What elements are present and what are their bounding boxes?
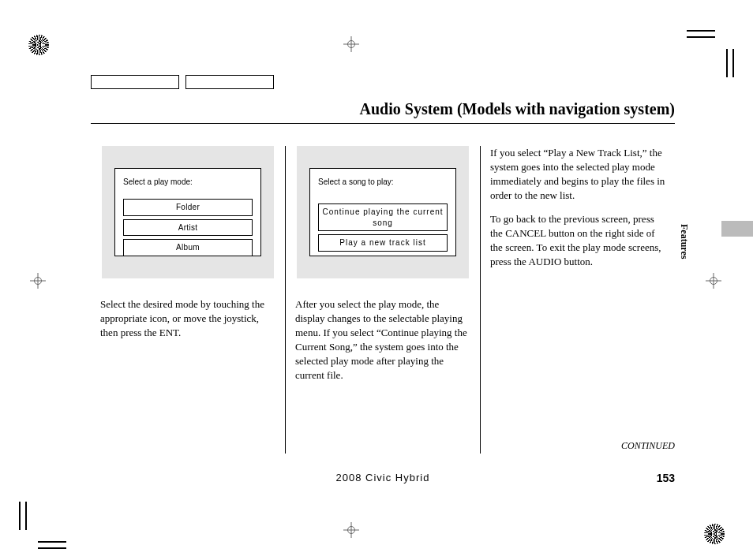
column-3: If you select “Play a New Track List,” t…: [480, 146, 675, 454]
option-folder: Folder: [123, 199, 253, 216]
header-box: [185, 75, 274, 89]
registration-mark-icon: [28, 35, 49, 55]
header-box: [91, 75, 179, 89]
option-artist: Artist: [123, 219, 253, 237]
crosshair-icon: [706, 273, 721, 289]
body-text: After you select the play mode, the disp…: [295, 297, 470, 383]
page-footer: CONTINUED 2008 Civic Hybrid 153: [91, 472, 675, 483]
option-new-track-list: Play a new track list: [318, 234, 448, 252]
screen-illustration: Select a play mode: Folder Artist Album: [102, 146, 274, 278]
body-text: Select the desired mode by touching the …: [100, 297, 275, 340]
option-continue-song: Continue playing the current song: [318, 203, 448, 232]
body-text: If you select “Play a New Track List,” t…: [490, 146, 665, 203]
crosshair-icon: [343, 522, 359, 538]
option-album: Album: [123, 239, 253, 256]
registration-mark-icon: [704, 524, 725, 544]
content-columns: Select a play mode: Folder Artist Album …: [91, 146, 675, 454]
section-tab: [721, 221, 753, 237]
model-label: 2008 Civic Hybrid: [91, 472, 675, 483]
crosshair-icon: [343, 36, 359, 52]
screen-prompt: Select a play mode:: [123, 177, 253, 188]
page-title: Audio System (Models with navigation sys…: [91, 100, 675, 124]
screen-prompt: Select a song to play:: [318, 177, 448, 188]
crosshair-icon: [30, 273, 46, 289]
header-boxes: [91, 75, 675, 89]
section-label: Features: [678, 224, 690, 259]
continued-label: CONTINUED: [621, 440, 675, 452]
column-2: Select a song to play: Continue playing …: [285, 146, 480, 454]
screen-illustration: Select a song to play: Continue playing …: [297, 146, 469, 278]
body-text: To go back to the previous screen, press…: [490, 212, 665, 269]
page-content: Audio System (Models with navigation sys…: [91, 75, 675, 454]
page-number: 153: [657, 472, 675, 484]
column-1: Select a play mode: Folder Artist Album …: [91, 146, 285, 454]
